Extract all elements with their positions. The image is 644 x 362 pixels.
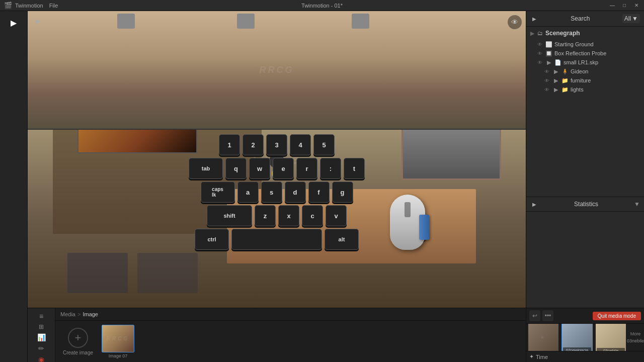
key-4[interactable]: 4 [290, 134, 311, 155]
eye-toggle-furniture[interactable]: 👁 [543, 77, 550, 84]
key-5[interactable]: 5 [313, 134, 335, 155]
sidebar-play-icon[interactable]: ▶ [5, 15, 23, 30]
br-thumb-3[interactable]: 03nebile [596, 324, 626, 351]
key-q[interactable]: q [225, 158, 247, 179]
folder-lights-icon: 📁 [561, 86, 569, 93]
viewport[interactable]: RRCG 👁 [28, 11, 526, 308]
sidebar-icon-hamburger[interactable]: ≡ [33, 312, 49, 320]
close-button[interactable]: ✕ [633, 2, 640, 9]
eye-toggle-gideon[interactable]: 👁 [543, 68, 550, 75]
thumbnail-image07[interactable]: RRCG Image 07 [102, 325, 134, 358]
stats-play-button[interactable]: ▶ [530, 200, 538, 208]
key-d[interactable]: d [285, 182, 306, 203]
all-label: All [624, 15, 631, 22]
key-caps[interactable]: capslk [201, 182, 235, 203]
key-ctrl[interactable]: ctrl [195, 229, 229, 250]
key-shift[interactable]: shift [207, 205, 252, 226]
sidebar-icon-brush[interactable]: ✏ [33, 344, 49, 352]
key-c[interactable]: c [302, 205, 323, 226]
key-alt[interactable]: alt [325, 229, 359, 250]
tree-item-gideon[interactable]: 👁 ▶ 🧍 Gideon [526, 67, 644, 76]
expand-gideon-icon[interactable]: ▶ [552, 68, 559, 75]
sidebar-icon-circle[interactable]: ◉ [33, 355, 49, 362]
app-name: Twinmotion [15, 3, 43, 9]
viewport-play-icon[interactable]: ▶ [32, 15, 44, 27]
key-1[interactable]: 1 [219, 134, 240, 155]
panel-play-button[interactable]: ▶ [530, 15, 538, 23]
create-image-button[interactable]: + Create image [60, 324, 96, 359]
scene-expand-icon[interactable]: ▶ [530, 30, 534, 37]
viewport-eye-icon[interactable]: 👁 [508, 15, 522, 29]
media-thumbnails-row: R 02nawigacja 03nebile More 03nebile [526, 324, 644, 351]
undo-button[interactable]: ↩ [529, 310, 540, 321]
key-g[interactable]: g [332, 182, 353, 203]
key-colon[interactable]: : [320, 158, 341, 179]
create-plus-icon: + [68, 328, 88, 348]
key-a[interactable]: a [237, 182, 259, 203]
key-z[interactable]: z [255, 205, 276, 226]
expand-skp-icon[interactable]: ▶ [545, 59, 552, 66]
file-menu[interactable]: File [46, 3, 61, 9]
key-3[interactable]: 3 [266, 134, 287, 155]
scenegraph-icon: 🗂 [536, 30, 543, 37]
maximize-button[interactable]: □ [621, 2, 628, 9]
breadcrumb-image[interactable]: Image [83, 311, 98, 317]
br-thumb-2[interactable]: 02nawigacja [561, 324, 593, 351]
tree-item-skp[interactable]: 👁 ▶ 📄 small LR1.skp [526, 58, 644, 67]
breadcrumb-media[interactable]: Media [60, 311, 75, 317]
expand-furniture-icon[interactable]: ▶ [552, 77, 559, 84]
all-dropdown[interactable]: All ▼ [622, 14, 640, 23]
key-t[interactable]: t [344, 158, 365, 179]
more-options-button[interactable]: ••• [542, 310, 553, 321]
tree-item-lights[interactable]: 👁 ▶ 📁 lights [526, 85, 644, 94]
tree-item-furniture[interactable]: 👁 ▶ 📁 furniture [526, 76, 644, 85]
box-icon: 🔲 [545, 50, 552, 57]
key-f[interactable]: f [308, 182, 330, 203]
bottom-bar: ≡ ⊞ 📊 ✏ ◉ ↔ Media > Image + Create [28, 308, 644, 362]
eye-toggle-skp[interactable]: 👁 [536, 59, 543, 66]
keyboard-row-5: ctrl alt [189, 229, 365, 250]
titlebar: 🎬 Twinmotion File Twinmotion - 01* — □ ✕ [0, 0, 644, 11]
tree-label-skp: small LR1.skp [564, 59, 598, 65]
keyboard-overlay: 1 2 3 4 5 tab q w e r : t [189, 134, 365, 252]
key-e[interactable]: e [273, 158, 294, 179]
key-w[interactable]: w [249, 158, 270, 179]
dropdown-arrow-icon: ▼ [632, 15, 638, 22]
key-v[interactable]: v [326, 205, 347, 226]
eye-toggle-box[interactable]: 👁 [536, 50, 543, 57]
scenegraph-label[interactable]: Scenegraph [545, 30, 580, 37]
time-control[interactable]: ✦ Time [529, 353, 548, 360]
key-s[interactable]: s [261, 182, 282, 203]
media-content: + Create image RRCG Image 07 [55, 321, 526, 362]
br-thumb-2-label: 02nawigacja [563, 347, 591, 351]
search-label: Search [540, 15, 620, 22]
minimize-button[interactable]: — [609, 2, 616, 9]
eye-toggle-ground[interactable]: 👁 [536, 41, 543, 48]
key-x[interactable]: x [278, 205, 299, 226]
right-panel: ▶ Search All ▼ ▶ 🗂 Scenegraph [526, 11, 644, 308]
tree-label-furniture: furniture [571, 77, 591, 83]
tree-item-box-reflection[interactable]: 👁 🔲 Box Reflection Probe [526, 49, 644, 58]
key-2[interactable]: 2 [243, 134, 264, 155]
tree-item-starting-ground[interactable]: 👁 ⬜ Starting Ground [526, 40, 644, 49]
main-layout: ▶ [0, 11, 644, 362]
folder-furniture-icon: 📁 [561, 77, 569, 84]
bottom-left-sidebar: ≡ ⊞ 📊 ✏ ◉ ↔ [28, 308, 55, 362]
eye-toggle-lights[interactable]: 👁 [543, 86, 550, 93]
sidebar-icon-chart[interactable]: 📊 [33, 333, 49, 341]
sidebar-icon-layers[interactable]: ⊞ [33, 323, 49, 330]
stats-dropdown-icon[interactable]: ▼ [634, 201, 640, 208]
create-image-label: Create image [63, 350, 93, 355]
br-thumb-1[interactable]: R [528, 324, 558, 351]
expand-lights-icon[interactable]: ▶ [552, 86, 559, 93]
scene-tree: 👁 ⬜ Starting Ground 👁 🔲 Box Reflection P… [526, 40, 644, 197]
key-r[interactable]: r [296, 158, 317, 179]
key-tab[interactable]: tab [189, 158, 223, 179]
thumbs-more-label[interactable]: More [630, 331, 641, 336]
skp-icon: 📄 [554, 59, 561, 66]
quit-media-mode-button[interactable]: Quit media mode [593, 312, 641, 320]
key-space[interactable] [231, 229, 322, 250]
tree-label-lights: lights [571, 86, 584, 93]
window-controls: — □ ✕ [609, 2, 640, 9]
bottom-right-controls: ✦ Time [526, 351, 644, 362]
